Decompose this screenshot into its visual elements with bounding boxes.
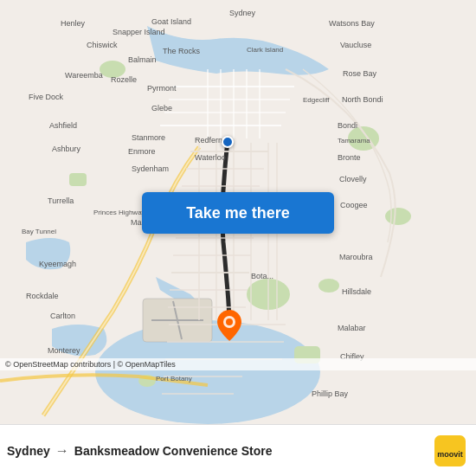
- svg-text:North Bondi: North Bondi: [342, 95, 383, 104]
- origin-label: Sydney: [7, 444, 50, 458]
- svg-text:Goat Island: Goat Island: [151, 17, 191, 26]
- svg-text:Clovelly: Clovelly: [339, 175, 367, 183]
- svg-text:Five Dock: Five Dock: [29, 93, 64, 101]
- svg-text:Glebe: Glebe: [151, 104, 172, 113]
- svg-text:Henley: Henley: [61, 19, 86, 28]
- svg-text:Malabar: Malabar: [338, 324, 366, 332]
- svg-text:Hillsdale: Hillsdale: [342, 287, 371, 296]
- svg-text:Monterey: Monterey: [48, 346, 80, 355]
- svg-text:Rockdale: Rockdale: [26, 292, 59, 300]
- svg-text:Clark Island: Clark Island: [247, 46, 283, 54]
- origin-marker: [222, 136, 234, 148]
- svg-text:Coogee: Coogee: [340, 201, 368, 209]
- svg-text:Pyrmont: Pyrmont: [147, 84, 177, 93]
- take-me-there-button[interactable]: Take me there: [142, 192, 334, 234]
- svg-text:Ashbury: Ashbury: [52, 145, 81, 153]
- svg-point-89: [226, 318, 233, 325]
- svg-text:Waterloo: Waterloo: [195, 153, 226, 162]
- svg-text:The Rocks: The Rocks: [163, 47, 201, 55]
- destination-label: Banksmeadow Convenience Store: [74, 444, 273, 458]
- svg-text:Snapper Island: Snapper Island: [113, 28, 165, 36]
- svg-text:Bondi: Bondi: [338, 121, 357, 130]
- svg-text:Rose Bay: Rose Bay: [343, 69, 377, 78]
- svg-text:Balmain: Balmain: [128, 55, 157, 64]
- svg-point-8: [318, 279, 339, 293]
- svg-text:Enmore: Enmore: [128, 147, 156, 156]
- bottom-bar: Sydney → Banksmeadow Convenience Store m…: [0, 424, 476, 476]
- arrow-icon: →: [55, 443, 69, 459]
- svg-rect-6: [69, 173, 87, 186]
- svg-text:Vaucluse: Vaucluse: [340, 41, 371, 49]
- svg-point-7: [385, 208, 411, 225]
- svg-text:Chiswick: Chiswick: [87, 41, 118, 49]
- route-info: Sydney → Banksmeadow Convenience Store: [7, 443, 434, 459]
- map-container: Henley Chiswick Snapper Island Goat Isla…: [0, 0, 476, 424]
- svg-text:Bay Tunnel: Bay Tunnel: [22, 228, 56, 235]
- moovit-logo: moovit: [434, 435, 466, 466]
- svg-text:Edgecliff: Edgecliff: [303, 96, 330, 104]
- svg-text:Carlton: Carlton: [50, 312, 75, 320]
- svg-text:Ashfield: Ashfield: [49, 121, 77, 130]
- svg-text:Princes Highway: Princes Highway: [93, 209, 145, 216]
- svg-text:Tamarama: Tamarama: [338, 137, 370, 145]
- svg-text:Sydney: Sydney: [229, 9, 256, 17]
- map-attribution: © OpenStreetMap contributors | © OpenMap…: [0, 358, 476, 370]
- svg-text:Kyeemagh: Kyeemagh: [39, 260, 76, 268]
- svg-text:Turrella: Turrella: [48, 196, 74, 205]
- svg-text:Redfern: Redfern: [195, 136, 222, 145]
- moovit-logo-icon: moovit: [434, 435, 466, 466]
- destination-marker: [217, 310, 241, 341]
- svg-text:Port Botany: Port Botany: [156, 375, 192, 383]
- svg-text:Wareemba: Wareemba: [65, 71, 103, 80]
- svg-text:Watsons Bay: Watsons Bay: [329, 19, 375, 28]
- svg-text:Phillip Bay: Phillip Bay: [312, 389, 349, 398]
- svg-text:Bronte: Bronte: [338, 153, 361, 162]
- svg-text:Bota...: Bota...: [251, 272, 273, 280]
- svg-text:Rozelle: Rozelle: [111, 75, 137, 84]
- svg-text:moovit: moovit: [437, 449, 463, 458]
- svg-text:Stanmore: Stanmore: [132, 133, 165, 142]
- svg-text:Maroubra: Maroubra: [339, 253, 373, 261]
- svg-text:Sydenham: Sydenham: [132, 164, 169, 173]
